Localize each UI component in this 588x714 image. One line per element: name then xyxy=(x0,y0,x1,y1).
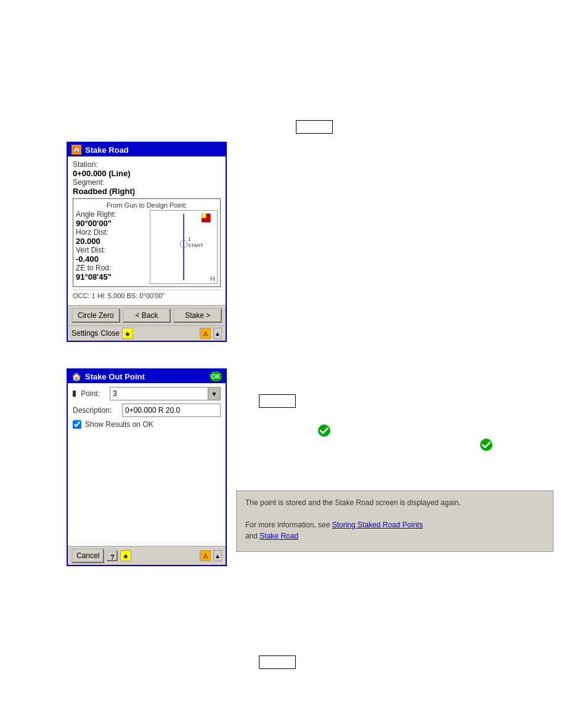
horz-dist-value: 20.000 xyxy=(76,237,147,246)
occ-bar: OCC: 1 HI: 5.000 BS: 0°00'00" xyxy=(73,290,221,301)
dropdown-arrow[interactable]: ▼ xyxy=(208,387,220,400)
gray-box-line2-part1: For more information, see xyxy=(245,521,332,529)
point-row: Point: 3 ▼ xyxy=(73,387,221,400)
point-label: Point: xyxy=(81,389,107,398)
map-preview: 1 START H xyxy=(150,210,218,284)
from-gun-title: From Gun to Design Point: xyxy=(76,201,218,209)
stake-out-dialog: 🏠 Stake Out Point OK Point: 3 ▼ Descript… xyxy=(67,368,227,566)
horz-dist-label: Horz Dist: xyxy=(76,228,147,237)
segment-value: Roadbed (Right) xyxy=(73,187,221,196)
storing-link[interactable]: Storing Staked Road Points xyxy=(332,521,423,529)
left-data: Angle Right: 90°00'00" Horz Dist: 20.000… xyxy=(76,210,147,284)
point-input[interactable]: 3 xyxy=(110,387,208,400)
description-input[interactable]: 0+00.000 R 20.0 xyxy=(122,404,221,417)
middle-label-box xyxy=(259,394,296,408)
gray-box-line1: The point is stored and the Stake Road s… xyxy=(245,498,461,507)
from-gun-box: From Gun to Design Point: Angle Right: 9… xyxy=(73,198,221,287)
station-label: Station: xyxy=(73,160,221,169)
stake-out-icon: 🏠 xyxy=(71,372,81,381)
stake-road-link[interactable]: Stake Road xyxy=(259,532,298,540)
stake-road-titlebar: 🏠 Stake Road xyxy=(68,143,226,156)
point-indicator xyxy=(73,391,76,397)
title-left: 🏠 Stake Out Point xyxy=(71,372,145,381)
sop-empty-area xyxy=(73,431,221,542)
stake-road-dialog: 🏠 Stake Road Station: 0+00.000 (Line) Se… xyxy=(67,142,227,342)
top-label-box xyxy=(296,120,333,134)
vert-dist-value: -0.400 xyxy=(76,254,147,264)
settings-row: Settings Close ★ ⚠ ▲ xyxy=(68,325,226,341)
stake-out-titlebar: 🏠 Stake Out Point OK xyxy=(68,370,226,383)
scroll-up-arrow[interactable]: ▲ xyxy=(213,328,222,339)
svg-rect-5 xyxy=(202,214,206,218)
point-dropdown[interactable]: 3 ▼ xyxy=(110,387,221,400)
settings-label[interactable]: Settings xyxy=(71,329,98,338)
gray-box-line3-part1: and xyxy=(245,532,259,540)
circle-zero-button[interactable]: Circle Zero xyxy=(71,308,120,323)
bottom-label-box xyxy=(259,655,296,669)
cancel-button[interactable]: Cancel xyxy=(71,548,104,563)
warning-icon: ⚠ xyxy=(200,328,211,339)
show-results-label: Show Results on OK xyxy=(85,420,153,429)
show-results-row: Show Results on OK xyxy=(73,420,221,429)
sop-body: Point: 3 ▼ Description: 0+00.000 R 20.0 … xyxy=(68,383,226,546)
green-check-icon-1 xyxy=(317,424,331,437)
star-button-2[interactable]: ★ xyxy=(120,550,131,561)
station-value: 0+00.000 (Line) xyxy=(73,169,221,178)
gray-info-box: The point is stored and the Stake Road s… xyxy=(236,490,553,552)
description-row: Description: 0+00.000 R 20.0 xyxy=(73,404,221,417)
show-results-checkbox[interactable] xyxy=(73,420,81,429)
stake-road-body: Station: 0+00.000 (Line) Segment: Roadbe… xyxy=(68,156,226,305)
stake-road-icon: 🏠 xyxy=(71,145,81,155)
stake-road-title: Stake Road xyxy=(85,145,129,155)
segment-label: Segment: xyxy=(73,178,221,187)
ze-to-rod-value: 91°08'45" xyxy=(76,272,147,282)
map-h-label: H xyxy=(210,275,215,282)
svg-text:START: START xyxy=(188,243,203,248)
scroll-up-arrow-2[interactable]: ▲ xyxy=(213,550,222,561)
angle-right-value: 90°00'00" xyxy=(76,219,147,228)
close-label[interactable]: Close xyxy=(100,329,120,338)
svg-text:1: 1 xyxy=(188,236,191,242)
stake-road-btn-row: Circle Zero < Back Stake > xyxy=(68,305,226,325)
help-button[interactable]: ? xyxy=(107,550,118,561)
back-button[interactable]: < Back xyxy=(123,308,171,323)
ok-title-button[interactable]: OK xyxy=(210,371,222,381)
description-label: Description: xyxy=(73,406,120,415)
angle-right-label: Angle Right: xyxy=(76,210,147,219)
green-check-icon-2 xyxy=(480,438,493,452)
ze-to-rod-label: ZE to Rod: xyxy=(76,264,147,272)
stake-button[interactable]: Stake > xyxy=(173,308,222,323)
vert-dist-label: Vert Dist: xyxy=(76,246,147,254)
warning-icon-2: ⚠ xyxy=(200,550,211,561)
cancel-row: Cancel ? ★ ⚠ ▲ xyxy=(68,546,226,565)
stake-out-title: Stake Out Point xyxy=(85,372,145,381)
star-button[interactable]: ★ xyxy=(122,328,133,339)
